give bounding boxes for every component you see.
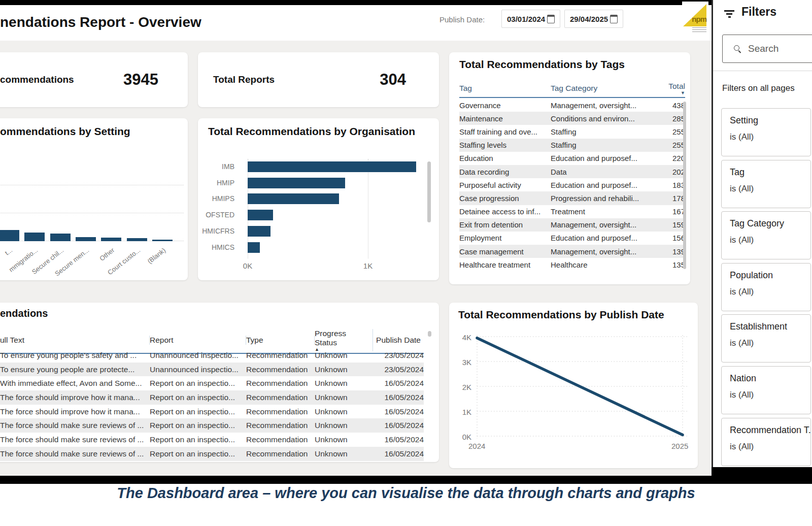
tags-col-total[interactable]: Total ▼: [647, 82, 685, 95]
table-row[interactable]: Staffing levelsStaffing255: [459, 139, 685, 152]
filter-card-nation[interactable]: Nationis (All): [721, 366, 811, 414]
table-row[interactable]: Case managementManagement, oversight...1…: [459, 245, 685, 258]
bar-t...[interactable]: [0, 230, 19, 241]
table-row[interactable]: To ensure young people are protecte...Un…: [0, 363, 424, 377]
filter-card-population[interactable]: Populationis (All): [721, 263, 811, 311]
table-cell: 16/05/2024: [373, 421, 424, 430]
table-cell: 156: [647, 234, 685, 242]
filter-card-recommendation-t-[interactable]: Recommendation T...is (All): [721, 418, 811, 466]
table-row[interactable]: The force should improve how it mana...R…: [0, 390, 424, 405]
axis-label: t...: [4, 246, 14, 257]
table-cell: Unknown: [315, 393, 373, 402]
organisation-chart-scrollbar[interactable]: [427, 161, 431, 222]
bar-OFSTED[interactable]: [248, 210, 273, 220]
recs-col-publishdate[interactable]: Publish Date: [373, 336, 424, 345]
axis-tick: 3K: [453, 358, 471, 367]
table-cell: The force should improve how it mana...: [0, 393, 150, 402]
table-row[interactable]: The force should make sure reviews of ..…: [0, 418, 424, 433]
publish-date-to-input[interactable]: 29/04/2025: [564, 10, 623, 28]
table-cell: 139: [647, 247, 685, 256]
filter-value: is (All): [730, 390, 810, 400]
filter-card-setting[interactable]: Settingis (All): [721, 108, 811, 156]
bar-Court custo...[interactable]: [127, 238, 147, 241]
table-row[interactable]: Purposeful activityEducation and purpose…: [459, 178, 685, 191]
filter-value: is (All): [730, 287, 810, 297]
table-cell: To ensure young people are protecte...: [0, 365, 150, 374]
bar-Secure chil...[interactable]: [50, 234, 71, 241]
filter-icon: [724, 10, 734, 19]
bar-Other[interactable]: [101, 238, 121, 241]
npm-logo-text: npm: [692, 15, 706, 23]
filters-section-label: Filters on all pages: [722, 83, 795, 93]
table-cell: Unknown: [315, 421, 373, 430]
table-row[interactable]: The force should make sure reviews of ..…: [0, 447, 424, 461]
table-row[interactable]: To ensure young people's safety and ...U…: [0, 348, 424, 363]
table-row[interactable]: EmploymentEducation and purposef...156: [459, 232, 685, 245]
table-row[interactable]: With immediate effect, Avon and Some...R…: [0, 376, 424, 390]
recommendations-table-scrollbar[interactable]: [428, 331, 431, 337]
bar-HMICS[interactable]: [248, 242, 260, 253]
table-row[interactable]: Exit from detentionManagement, oversight…: [459, 218, 685, 232]
publish-date-from-input[interactable]: 03/01/2024: [501, 10, 560, 28]
search-icon: [734, 45, 741, 52]
table-row[interactable]: Healthcare treatmentHealthcare135: [459, 258, 685, 271]
bar-IMB[interactable]: [248, 161, 416, 172]
bar-HMICFRS[interactable]: [248, 226, 270, 237]
filter-card-tag[interactable]: Tagis (All): [721, 160, 811, 208]
tags-col-tag[interactable]: Tag: [459, 84, 551, 93]
table-cell: Recommendation: [246, 449, 315, 458]
bar-(Blank)[interactable]: [152, 240, 173, 241]
table-row[interactable]: Staff training and ove...Staffing255: [459, 125, 685, 138]
table-cell: Recommendation: [246, 351, 315, 360]
table-cell: Purposeful activity: [459, 181, 551, 189]
filters-search-input[interactable]: Search: [722, 35, 812, 63]
table-cell: Education and purposef...: [551, 181, 647, 189]
table-cell: 178: [647, 194, 685, 203]
axis-label: OFSTED: [199, 211, 234, 219]
table-cell: 16/05/2024: [373, 435, 424, 444]
bottom-black-bar: [0, 476, 812, 484]
filter-value: is (All): [730, 132, 810, 142]
bar-Secure men...[interactable]: [76, 237, 96, 241]
table-row[interactable]: Case progressionProgression and rehabili…: [459, 191, 685, 205]
publish-date-line-chart: [449, 303, 698, 468]
table-cell: Progression and rehabili...: [551, 194, 647, 203]
calendar-icon[interactable]: [610, 15, 618, 23]
axis-label: HMIPS: [199, 194, 234, 203]
table-cell: Treatment: [551, 207, 647, 216]
tags-table-scrollbar[interactable]: [683, 102, 686, 269]
bar-HMIPS[interactable]: [248, 193, 339, 204]
tags-col-category[interactable]: Tag Category: [551, 84, 647, 93]
table-row[interactable]: Detainee access to inf...Treatment167: [459, 205, 685, 218]
recs-col-type[interactable]: Type: [246, 336, 315, 345]
table-row[interactable]: MaintenanceConditions and environ...285: [459, 112, 685, 125]
bar-mmigratio...[interactable]: [24, 233, 45, 241]
table-cell: Unannounced inspectio...: [150, 365, 246, 374]
table-row[interactable]: EducationEducation and purposef...220: [459, 152, 685, 165]
tags-table-card: Total Recommendations by Tags Tag Tag Ca…: [449, 52, 690, 284]
table-row[interactable]: Data recordingData202: [459, 165, 685, 178]
table-cell: Maintenance: [459, 114, 551, 123]
recs-col-fulltext[interactable]: ull Text: [0, 336, 150, 345]
filter-card-establishment[interactable]: Establishmentis (All): [721, 314, 811, 363]
table-cell: 159: [647, 220, 685, 229]
setting-chart-title: ommendations by Setting: [0, 125, 130, 138]
table-cell: Case management: [459, 247, 551, 256]
organisation-chart-card: Total Recommendations by Organisation IM…: [198, 118, 439, 280]
table-cell: Education and purposef...: [551, 234, 647, 242]
table-cell: 135: [647, 260, 685, 269]
bar-HMIP[interactable]: [248, 178, 345, 188]
table-cell: Staff training and ove...: [459, 127, 551, 136]
filter-card-tag-category[interactable]: Tag Categoryis (All): [721, 211, 811, 259]
calendar-icon[interactable]: [547, 15, 555, 23]
table-row[interactable]: The force should make sure reviews of ..…: [0, 433, 424, 447]
total-recommendations-label: commendations: [0, 74, 74, 85]
setting-chart-axis-labels: t...mmigratio...Secure chil...Secure men…: [0, 243, 184, 279]
gridline: [0, 185, 184, 185]
axis-label: (Blank): [146, 246, 167, 265]
total-recommendations-card: commendations 3945: [0, 52, 188, 107]
recs-col-report[interactable]: Report: [150, 336, 246, 345]
table-cell: Recommendation: [246, 421, 315, 430]
table-row[interactable]: GovernanceManagement, oversight...438: [459, 98, 685, 112]
table-row[interactable]: The force should improve how it mana...R…: [0, 405, 424, 419]
